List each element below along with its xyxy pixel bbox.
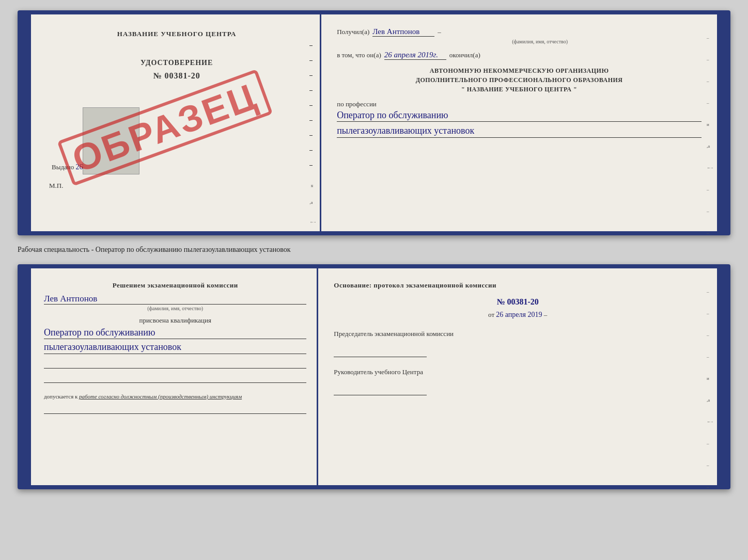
chairman-block: Председатель экзаменационной комиссии	[334, 329, 702, 357]
book-spine-right	[717, 14, 726, 231]
basis-label: Основание: протокол экзаменационной коми…	[334, 281, 702, 290]
decision-text: Решением экзаменационной комиссии	[44, 281, 306, 290]
received-name: Лев Антпонов	[372, 27, 434, 37]
center-head-sig-line	[334, 385, 427, 395]
cert-label: УДОСТОВЕРЕНИЕ	[46, 59, 307, 67]
center-head-block: Руководитель учебного Центра	[334, 367, 702, 395]
left-page-2: Решением экзаменационной комиссии Лев Ан…	[31, 268, 318, 485]
received-row: Получил(а) Лев Антпонов –	[337, 27, 702, 37]
right-page-2: Основание: протокол экзаменационной коми…	[318, 268, 717, 485]
book-2: Решением экзаменационной комиссии Лев Ан…	[18, 264, 730, 489]
qualification-label: присвоена квалификация	[44, 316, 306, 325]
profession-label: по профессии	[337, 100, 702, 108]
decoration-lines: и ,а ←-	[309, 45, 316, 225]
left-page-1: НАЗВАНИЕ УЧЕБНОГО ЦЕНТРА УДОСТОВЕРЕНИЕ №…	[31, 14, 321, 231]
right-edge-lines: – – – – и ,а ←- – – –	[707, 35, 713, 235]
chairman-sig-line	[334, 347, 427, 357]
profession-line2: пылегазоулавливающих установок	[337, 125, 702, 137]
protocol-date: от 26 апреля 2019 –	[334, 311, 702, 319]
finished-label: окончил(а)	[449, 51, 480, 59]
book2-spine-right	[717, 268, 726, 485]
in-that-row: в том, что он(а) 26 апреля 2019г. окончи…	[337, 51, 702, 60]
cert-number: № 00381-20	[46, 71, 307, 81]
in-that-date: 26 апреля 2019г.	[384, 51, 446, 60]
book-spine-left	[22, 14, 31, 231]
protocol-number: № 00381-20	[334, 297, 702, 307]
in-that-label: в том, что он(а)	[337, 51, 381, 59]
left-title: НАЗВАНИЕ УЧЕБНОГО ЦЕНТРА	[46, 30, 307, 38]
chairman-label: Председатель экзаменационной комиссии	[334, 329, 702, 339]
fio-subtext: (фамилия, имя, отчество)	[378, 39, 702, 44]
between-label: Рабочая специальность - Оператор по обсл…	[18, 244, 730, 256]
book-1: НАЗВАНИЕ УЧЕБНОГО ЦЕНТРА УДОСТОВЕРЕНИЕ №…	[18, 10, 730, 235]
photo-placeholder	[83, 107, 139, 174]
received-label: Получил(а)	[337, 28, 369, 36]
qualification-line2: пылегазоулавливающих установок	[44, 341, 306, 354]
person-name: Лев Антпонов	[44, 294, 306, 305]
org-info: АВТОНОМНУЮ НЕКОММЕРЧЕСКУЮ ОРГАНИЗАЦИЮ ДО…	[337, 66, 702, 94]
fio-subtext-2: (фамилия, имя, отчество)	[44, 306, 306, 311]
right-page-1: Получил(а) Лев Антпонов – (фамилия, имя,…	[321, 14, 717, 231]
center-head-label: Руководитель учебного Центра	[334, 367, 702, 377]
qualification-line1: Оператор по обслуживанию	[44, 327, 306, 339]
mp-label: М.П.	[46, 182, 307, 190]
book2-spine-left	[22, 268, 31, 485]
profession-line1: Оператор по обслуживанию	[337, 109, 702, 122]
right-edge-lines-2: – – – – и ,а ←- – – –	[707, 289, 713, 489]
allowed-text: допускается к работе согласно должностны…	[44, 393, 306, 399]
